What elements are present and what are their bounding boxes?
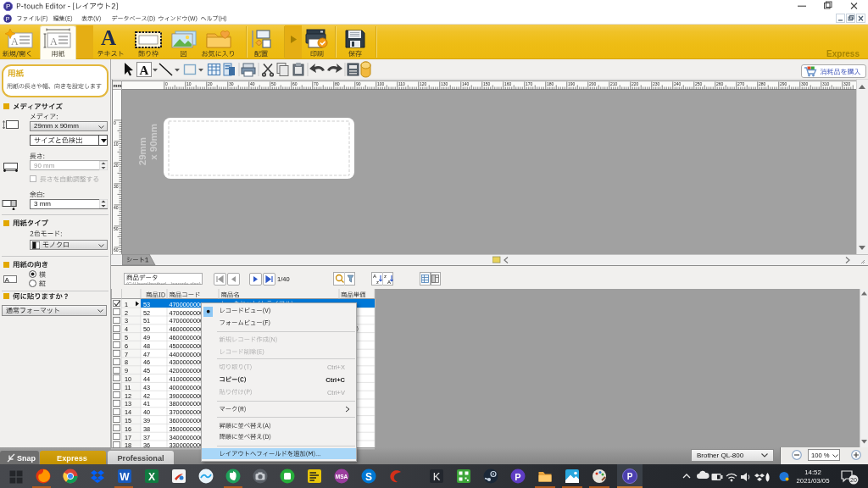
svg-text:A: A [5,276,10,284]
svg-text:P: P [627,472,633,481]
svg-text:A: A [50,36,58,47]
svg-text:A: A [140,64,149,77]
svg-text:K: K [433,470,441,483]
svg-text:P: P [515,472,520,482]
svg-text:20: 20 [850,477,857,483]
svg-text:S: S [365,471,372,483]
svg-text:A: A [11,36,19,47]
svg-text:P: P [6,3,10,10]
svg-text:z: z [384,274,387,279]
svg-text:W: W [120,471,130,483]
svg-text:z: z [376,280,379,285]
svg-text:MSA: MSA [336,474,348,480]
svg-text:X: X [148,471,155,483]
svg-text:P: P [6,16,10,22]
svg-text:A: A [373,274,376,279]
